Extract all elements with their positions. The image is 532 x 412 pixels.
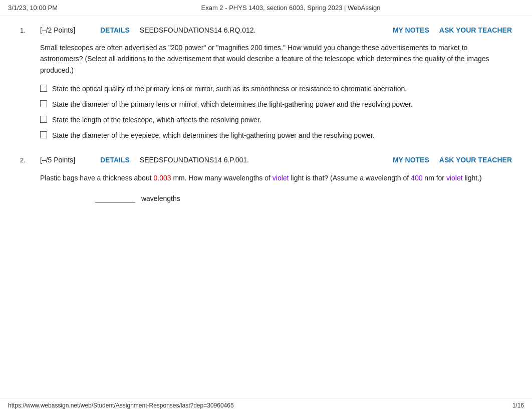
answer-option-1d: State the diameter of the eyepiece, whic… (40, 130, 512, 141)
problem-code-2: SEEDSFOUNDATIONS14 6.P.001. (140, 156, 383, 164)
checkbox-1d[interactable] (40, 131, 47, 138)
question-block-2: 2. [–/5 Points] DETAILS SEEDSFOUNDATIONS… (20, 156, 512, 205)
timestamp: 3/1/23, 10:00 PM (8, 4, 58, 12)
wavelength-q2: 400 (411, 174, 422, 182)
answer-row-2: wavelengths (95, 192, 512, 205)
page-title: Exam 2 - PHYS 1403, section 6003, Spring… (201, 4, 381, 12)
problem-code-1: SEEDSFOUNDATIONS14 6.RQ.012. (140, 26, 383, 34)
checkbox-1b[interactable] (40, 100, 47, 107)
question-block-1: 1. [–/2 Points] DETAILS SEEDSFOUNDATIONS… (20, 26, 512, 141)
light-color-q2: violet (273, 174, 289, 182)
ask-teacher-link-2[interactable]: ASK YOUR TEACHER (439, 156, 512, 164)
option-text-1c: State the length of the telescope, which… (52, 115, 261, 125)
footer-url: https://www.webassign.net/web/Student/As… (8, 402, 234, 409)
top-bar: 3/1/23, 10:00 PM Exam 2 - PHYS 1403, sec… (0, 0, 532, 16)
my-notes-link-2[interactable]: MY NOTES (393, 156, 429, 164)
answer-option-1b: State the diameter of the primary lens o… (40, 99, 512, 110)
wavelengths-label: wavelengths (141, 194, 180, 202)
body-prefix-2: Plastic bags have a thickness about (40, 174, 152, 182)
points-label-1: [–/2 Points] (40, 26, 90, 34)
answer-option-1a: State the optical quality of the primary… (40, 84, 512, 94)
ask-teacher-link-1[interactable]: ASK YOUR TEACHER (439, 26, 512, 34)
question-text-1: Small telescopes are often advertised as… (40, 42, 512, 76)
question-number-2: 2. (20, 156, 30, 164)
details-link-2[interactable]: DETAILS (100, 156, 130, 164)
violet-q2: violet (446, 174, 463, 182)
footer-page: 1/16 (512, 402, 524, 409)
answer-option-1c: State the length of the telescope, which… (40, 115, 512, 125)
option-text-1d: State the diameter of the eyepiece, whic… (52, 130, 375, 141)
option-text-1b: State the diameter of the primary lens o… (52, 99, 413, 110)
checkbox-1c[interactable] (40, 116, 47, 123)
option-text-1a: State the optical quality of the primary… (52, 84, 407, 94)
my-notes-link-1[interactable]: MY NOTES (393, 26, 429, 34)
footer-bar: https://www.webassign.net/web/Student/As… (0, 398, 532, 412)
question-number-1: 1. (20, 27, 30, 34)
checkbox-1a[interactable] (40, 85, 47, 92)
question-text-2: Plastic bags have a thickness about 0.00… (40, 172, 512, 184)
details-link-1[interactable]: DETAILS (100, 26, 130, 34)
thickness-value: 0.003 (153, 174, 171, 182)
points-label-2: [–/5 Points] (40, 156, 90, 164)
wavelengths-input[interactable] (95, 194, 135, 203)
